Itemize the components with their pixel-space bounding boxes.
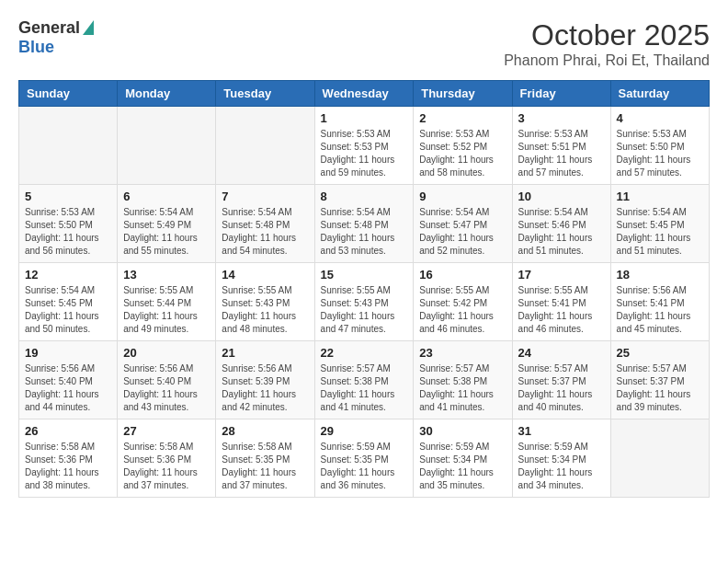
day-number: 8: [321, 190, 408, 203]
day-info: Sunrise: 5:58 AMSunset: 5:36 PMDaylight:…: [123, 441, 210, 492]
day-number: 1: [321, 111, 408, 125]
day-header-monday: Monday: [118, 81, 216, 107]
calendar-cell: 27Sunrise: 5:58 AMSunset: 5:36 PMDayligh…: [118, 419, 216, 498]
day-number: 19: [25, 346, 111, 360]
calendar-cell: [19, 107, 118, 185]
day-info: Sunrise: 5:59 AMSunset: 5:34 PMDaylight:…: [419, 441, 506, 492]
calendar-cell: 22Sunrise: 5:57 AMSunset: 5:38 PMDayligh…: [314, 341, 414, 419]
logo-triangle-icon: [83, 20, 94, 39]
svg-marker-0: [83, 20, 94, 35]
day-info: Sunrise: 5:53 AMSunset: 5:53 PMDaylight:…: [321, 128, 408, 179]
day-info: Sunrise: 5:53 AMSunset: 5:50 PMDaylight:…: [25, 206, 111, 258]
day-number: 30: [419, 424, 506, 438]
calendar-cell: 23Sunrise: 5:57 AMSunset: 5:38 PMDayligh…: [414, 341, 512, 419]
logo-blue-text: Blue: [18, 38, 54, 56]
calendar-cell: 16Sunrise: 5:55 AMSunset: 5:42 PMDayligh…: [414, 263, 512, 341]
day-info: Sunrise: 5:58 AMSunset: 5:35 PMDaylight:…: [222, 441, 308, 492]
calendar-cell: [118, 107, 216, 185]
day-info: Sunrise: 5:55 AMSunset: 5:44 PMDaylight:…: [123, 284, 210, 336]
day-info: Sunrise: 5:54 AMSunset: 5:48 PMDaylight:…: [321, 206, 408, 258]
day-info: Sunrise: 5:54 AMSunset: 5:47 PMDaylight:…: [419, 206, 506, 258]
day-number: 13: [123, 268, 210, 282]
calendar-cell: 2Sunrise: 5:53 AMSunset: 5:52 PMDaylight…: [414, 107, 512, 185]
day-info: Sunrise: 5:55 AMSunset: 5:41 PMDaylight:…: [518, 284, 605, 336]
day-header-sunday: Sunday: [19, 81, 118, 107]
day-number: 22: [321, 346, 408, 360]
calendar-cell: 8Sunrise: 5:54 AMSunset: 5:48 PMDaylight…: [314, 185, 414, 263]
day-info: Sunrise: 5:54 AMSunset: 5:48 PMDaylight:…: [222, 206, 308, 258]
day-number: 12: [25, 268, 111, 282]
calendar-cell: 18Sunrise: 5:56 AMSunset: 5:41 PMDayligh…: [610, 263, 709, 341]
calendar-cell: 31Sunrise: 5:59 AMSunset: 5:34 PMDayligh…: [512, 419, 610, 498]
calendar-cell: 15Sunrise: 5:55 AMSunset: 5:43 PMDayligh…: [314, 263, 414, 341]
day-number: 31: [518, 424, 605, 438]
calendar-table: SundayMondayTuesdayWednesdayThursdayFrid…: [18, 80, 710, 498]
day-number: 25: [617, 346, 703, 360]
day-header-friday: Friday: [512, 81, 610, 107]
calendar-header-row: SundayMondayTuesdayWednesdayThursdayFrid…: [19, 81, 710, 107]
day-number: 17: [518, 268, 605, 282]
calendar-cell: 5Sunrise: 5:53 AMSunset: 5:50 PMDaylight…: [19, 185, 118, 263]
calendar-cell: 20Sunrise: 5:56 AMSunset: 5:40 PMDayligh…: [118, 341, 216, 419]
calendar-cell: 13Sunrise: 5:55 AMSunset: 5:44 PMDayligh…: [118, 263, 216, 341]
day-number: 28: [222, 424, 308, 438]
day-number: 3: [518, 111, 605, 125]
calendar-cell: 25Sunrise: 5:57 AMSunset: 5:37 PMDayligh…: [610, 341, 709, 419]
day-info: Sunrise: 5:57 AMSunset: 5:37 PMDaylight:…: [518, 362, 605, 414]
calendar-cell: [216, 107, 314, 185]
day-number: 7: [222, 190, 308, 203]
title-section: October 2025 Phanom Phrai, Roi Et, Thail…: [504, 18, 710, 69]
day-header-tuesday: Tuesday: [216, 81, 314, 107]
page: General Blue October 2025 Phanom Phrai, …: [0, 0, 728, 507]
calendar-cell: 26Sunrise: 5:58 AMSunset: 5:36 PMDayligh…: [19, 419, 118, 498]
day-info: Sunrise: 5:56 AMSunset: 5:40 PMDaylight:…: [25, 362, 111, 414]
day-info: Sunrise: 5:57 AMSunset: 5:37 PMDaylight:…: [617, 362, 703, 414]
day-number: 6: [123, 190, 210, 203]
location-title: Phanom Phrai, Roi Et, Thailand: [504, 52, 710, 69]
day-number: 2: [419, 111, 506, 125]
day-info: Sunrise: 5:54 AMSunset: 5:46 PMDaylight:…: [518, 206, 605, 258]
calendar-cell: 21Sunrise: 5:56 AMSunset: 5:39 PMDayligh…: [216, 341, 314, 419]
day-info: Sunrise: 5:56 AMSunset: 5:39 PMDaylight:…: [222, 362, 308, 414]
calendar-week-row: 19Sunrise: 5:56 AMSunset: 5:40 PMDayligh…: [19, 341, 710, 419]
day-header-saturday: Saturday: [610, 81, 709, 107]
day-number: 24: [518, 346, 605, 360]
calendar-week-row: 26Sunrise: 5:58 AMSunset: 5:36 PMDayligh…: [19, 419, 710, 498]
day-number: 10: [518, 190, 605, 203]
calendar-week-row: 1Sunrise: 5:53 AMSunset: 5:53 PMDaylight…: [19, 107, 710, 185]
day-number: 20: [123, 346, 210, 360]
day-info: Sunrise: 5:55 AMSunset: 5:42 PMDaylight:…: [419, 284, 506, 336]
calendar-cell: 14Sunrise: 5:55 AMSunset: 5:43 PMDayligh…: [216, 263, 314, 341]
calendar-cell: 6Sunrise: 5:54 AMSunset: 5:49 PMDaylight…: [118, 185, 216, 263]
day-number: 27: [123, 424, 210, 438]
day-number: 9: [419, 190, 506, 203]
day-header-thursday: Thursday: [414, 81, 512, 107]
day-number: 11: [617, 190, 703, 203]
calendar-cell: 29Sunrise: 5:59 AMSunset: 5:35 PMDayligh…: [314, 419, 414, 498]
calendar-cell: 17Sunrise: 5:55 AMSunset: 5:41 PMDayligh…: [512, 263, 610, 341]
calendar-cell: 11Sunrise: 5:54 AMSunset: 5:45 PMDayligh…: [610, 185, 709, 263]
day-info: Sunrise: 5:53 AMSunset: 5:51 PMDaylight:…: [518, 128, 605, 179]
day-header-wednesday: Wednesday: [314, 81, 414, 107]
day-info: Sunrise: 5:56 AMSunset: 5:40 PMDaylight:…: [123, 362, 210, 414]
calendar-cell: 7Sunrise: 5:54 AMSunset: 5:48 PMDaylight…: [216, 185, 314, 263]
calendar-cell: 4Sunrise: 5:53 AMSunset: 5:50 PMDaylight…: [610, 107, 709, 185]
day-number: 18: [617, 268, 703, 282]
day-info: Sunrise: 5:55 AMSunset: 5:43 PMDaylight:…: [222, 284, 308, 336]
day-number: 15: [321, 268, 408, 282]
day-info: Sunrise: 5:53 AMSunset: 5:50 PMDaylight:…: [617, 128, 703, 179]
calendar-cell: 10Sunrise: 5:54 AMSunset: 5:46 PMDayligh…: [512, 185, 610, 263]
calendar-cell: 19Sunrise: 5:56 AMSunset: 5:40 PMDayligh…: [19, 341, 118, 419]
day-number: 14: [222, 268, 308, 282]
day-number: 23: [419, 346, 506, 360]
header: General Blue October 2025 Phanom Phrai, …: [18, 18, 710, 69]
day-info: Sunrise: 5:58 AMSunset: 5:36 PMDaylight:…: [25, 441, 111, 492]
day-info: Sunrise: 5:57 AMSunset: 5:38 PMDaylight:…: [321, 362, 408, 414]
calendar-cell: 24Sunrise: 5:57 AMSunset: 5:37 PMDayligh…: [512, 341, 610, 419]
day-number: 29: [321, 424, 408, 438]
day-info: Sunrise: 5:54 AMSunset: 5:49 PMDaylight:…: [123, 206, 210, 258]
day-info: Sunrise: 5:54 AMSunset: 5:45 PMDaylight:…: [617, 206, 703, 258]
month-title: October 2025: [504, 18, 710, 52]
calendar-cell: 30Sunrise: 5:59 AMSunset: 5:34 PMDayligh…: [414, 419, 512, 498]
calendar-cell: [610, 419, 709, 498]
